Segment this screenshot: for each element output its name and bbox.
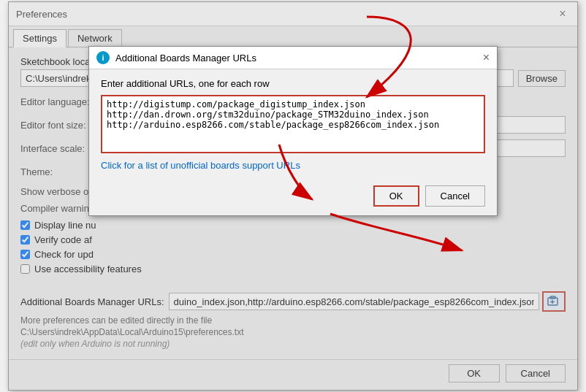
modal-titlebar: i Additional Boards Manager URLs × — [89, 47, 497, 69]
modal-instruction: Enter additional URLs, one for each row — [101, 78, 485, 89]
preferences-window: Preferences × Settings Network Sketchboo… — [8, 1, 578, 391]
modal-body: Enter additional URLs, one for each row … — [89, 69, 497, 180]
modal-info-icon: i — [96, 51, 110, 64]
modal-title-content: i Additional Boards Manager URLs — [96, 51, 256, 64]
modal-cancel-button[interactable]: Cancel — [425, 185, 485, 207]
additional-urls-modal: i Additional Boards Manager URLs × Enter… — [88, 46, 498, 216]
modal-title: Additional Boards Manager URLs — [115, 53, 256, 64]
unofficial-boards-link[interactable]: Click for a list of unofficial boards su… — [101, 160, 485, 171]
modal-ok-button[interactable]: OK — [373, 185, 419, 207]
modal-overlay: i Additional Boards Manager URLs × Enter… — [9, 2, 577, 390]
modal-urls-textarea[interactable]: http://digistump.com/package_digistump_i… — [101, 95, 485, 153]
modal-close-button[interactable]: × — [483, 51, 490, 64]
modal-buttons: OK Cancel — [89, 180, 497, 215]
